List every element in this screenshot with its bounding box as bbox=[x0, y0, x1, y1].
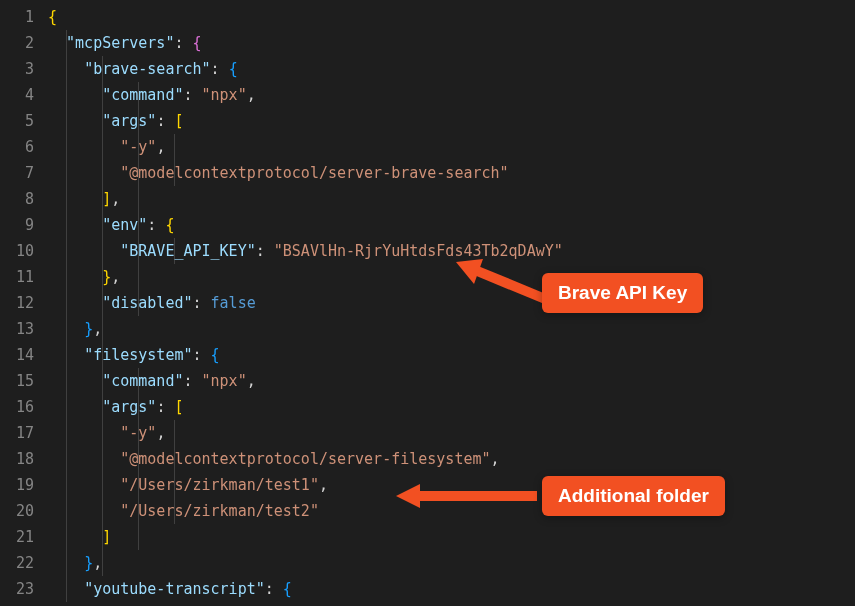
code-line: "-y", bbox=[48, 134, 855, 160]
code-line: "brave-search": { bbox=[48, 56, 855, 82]
arrow-icon bbox=[392, 480, 542, 512]
line-number: 7 bbox=[8, 160, 34, 186]
line-number: 10 bbox=[8, 238, 34, 264]
line-number: 12 bbox=[8, 290, 34, 316]
code-editor: 1 2 3 4 5 6 7 8 9 10 11 12 13 14 15 16 1… bbox=[0, 0, 855, 606]
line-number: 13 bbox=[8, 316, 34, 342]
code-line: "mcpServers": { bbox=[48, 30, 855, 56]
line-number: 15 bbox=[8, 368, 34, 394]
svg-marker-1 bbox=[396, 484, 420, 508]
line-number: 9 bbox=[8, 212, 34, 238]
line-number: 16 bbox=[8, 394, 34, 420]
code-line: }, bbox=[48, 550, 855, 576]
code-line: "args": [ bbox=[48, 108, 855, 134]
code-line: "args": [ bbox=[48, 394, 855, 420]
line-number: 2 bbox=[8, 30, 34, 56]
code-line: ], bbox=[48, 186, 855, 212]
code-line: "filesystem": { bbox=[48, 342, 855, 368]
line-number-gutter: 1 2 3 4 5 6 7 8 9 10 11 12 13 14 15 16 1… bbox=[0, 0, 48, 606]
annotation-additional-folder: Additional folder bbox=[542, 476, 725, 516]
line-number: 21 bbox=[8, 524, 34, 550]
line-number: 5 bbox=[8, 108, 34, 134]
code-line: "-y", bbox=[48, 420, 855, 446]
code-line: "command": "npx", bbox=[48, 82, 855, 108]
line-number: 19 bbox=[8, 472, 34, 498]
line-number: 17 bbox=[8, 420, 34, 446]
code-line: "env": { bbox=[48, 212, 855, 238]
line-number: 22 bbox=[8, 550, 34, 576]
annotation-brave-api-key: Brave API Key bbox=[542, 273, 703, 313]
code-line: "command": "npx", bbox=[48, 368, 855, 394]
line-number: 3 bbox=[8, 56, 34, 82]
code-line: { bbox=[48, 4, 855, 30]
line-number: 11 bbox=[8, 264, 34, 290]
line-number: 23 bbox=[8, 576, 34, 602]
line-number: 20 bbox=[8, 498, 34, 524]
line-number: 14 bbox=[8, 342, 34, 368]
code-line: "@modelcontextprotocol/server-filesystem… bbox=[48, 446, 855, 472]
line-number: 8 bbox=[8, 186, 34, 212]
code-line: "@modelcontextprotocol/server-brave-sear… bbox=[48, 160, 855, 186]
line-number: 18 bbox=[8, 446, 34, 472]
line-number: 6 bbox=[8, 134, 34, 160]
code-line: "youtube-transcript": { bbox=[48, 576, 855, 602]
line-number: 4 bbox=[8, 82, 34, 108]
line-number: 1 bbox=[8, 4, 34, 30]
code-line: ] bbox=[48, 524, 855, 550]
